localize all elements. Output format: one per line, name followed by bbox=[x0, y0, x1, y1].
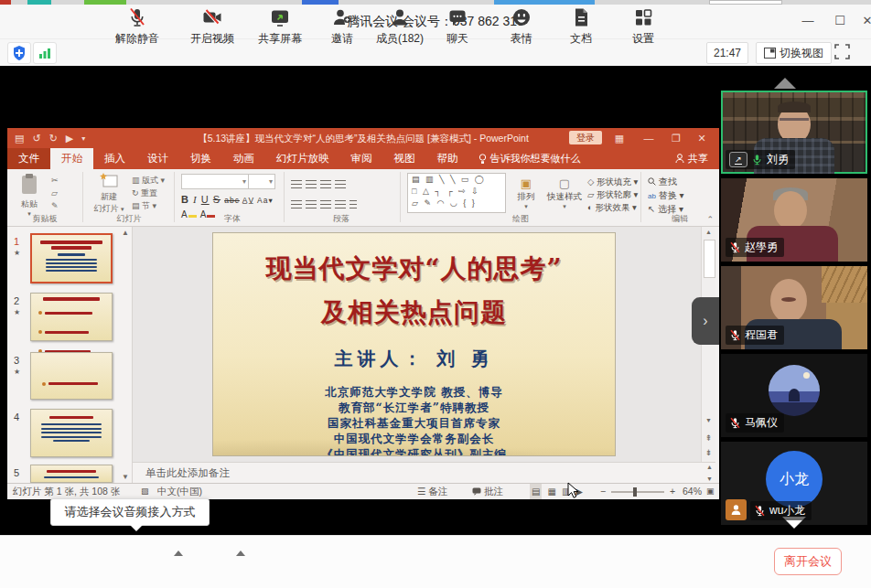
slide-thumbnail-3[interactable] bbox=[30, 352, 113, 400]
slide-canvas[interactable]: 现当代文学对“人的思考” 及相关热点问题 主讲人： 刘 勇 北京师范大学文学院 … bbox=[213, 233, 615, 455]
invite-button[interactable]: 邀请 bbox=[315, 6, 370, 47]
zoom-level[interactable]: 64% bbox=[683, 484, 702, 499]
video-tile-liuyong[interactable]: ↗ 刘勇 bbox=[721, 91, 867, 174]
zoom-slider[interactable] bbox=[611, 491, 664, 493]
section-button[interactable]: ▤ 节 ▾ bbox=[132, 200, 156, 212]
zoom-in-button[interactable]: + bbox=[670, 484, 675, 499]
quick-styles-button[interactable]: ▢ 快速样式 ▾ bbox=[545, 175, 584, 210]
new-slide-label1: 新建 bbox=[101, 192, 117, 201]
share-screen-button[interactable]: 共享屏幕 bbox=[245, 6, 315, 47]
minimize-button[interactable]: — bbox=[794, 9, 822, 33]
notes-scroll-down-icon[interactable]: ▼ bbox=[706, 476, 713, 482]
notes-toggle-button[interactable]: ☰ 备注 bbox=[417, 484, 447, 499]
video-tile-wuxiaolong[interactable]: 小龙 wu小龙 bbox=[721, 442, 867, 525]
tab-insert[interactable]: 插入 bbox=[93, 148, 136, 169]
thumbs-scroll-down-icon[interactable]: ▼ bbox=[122, 473, 129, 481]
network-quality-button[interactable] bbox=[33, 42, 57, 64]
replace-button[interactable]: ab 替换 ▾ bbox=[648, 189, 684, 202]
tab-transitions[interactable]: 切换 bbox=[179, 148, 222, 169]
emoji-button[interactable]: 表情 bbox=[494, 6, 549, 47]
slide-sorter-view-icon[interactable]: ▦ bbox=[547, 484, 555, 499]
normal-view-icon[interactable]: ▤ bbox=[530, 484, 542, 499]
slide-thumbnail-5[interactable] bbox=[30, 465, 113, 483]
leave-meeting-button[interactable]: 离开会议 bbox=[774, 548, 842, 575]
video-options-caret[interactable] bbox=[236, 551, 245, 556]
slide-thumbnail-2[interactable] bbox=[30, 293, 113, 341]
tab-review[interactable]: 审阅 bbox=[340, 148, 383, 169]
format-painter-button[interactable]: ✎ bbox=[51, 200, 59, 212]
align-buttons[interactable] bbox=[291, 197, 360, 213]
font-size-select[interactable]: ▾ bbox=[248, 174, 275, 189]
unmute-button[interactable]: 解除静音 bbox=[102, 6, 172, 47]
arrange-button[interactable]: ▣ 排列 ▾ bbox=[511, 175, 542, 210]
slide-thumbnail-1[interactable] bbox=[30, 233, 113, 283]
comments-toggle-button[interactable]: 批注 bbox=[472, 484, 503, 499]
layout-button[interactable]: ▥ 版式 ▾ bbox=[132, 175, 165, 187]
thumb-number: 4 bbox=[14, 412, 19, 422]
copy-button[interactable]: ▱ bbox=[51, 187, 58, 199]
chat-button[interactable]: 聊天 bbox=[430, 6, 485, 47]
language-indicator[interactable]: 中文(中国) bbox=[157, 484, 202, 499]
mic-on-icon bbox=[751, 154, 763, 166]
spellcheck-icon[interactable]: ▨ bbox=[141, 484, 149, 499]
ppt-close-button[interactable]: ✕ bbox=[690, 128, 714, 148]
ppt-statusbar: 幻灯片 第 1 张, 共 108 张 ▨ 中文(中国) ☰ 备注 批注 ▤▦▥▶… bbox=[7, 483, 719, 499]
fullscreen-button[interactable] bbox=[834, 44, 850, 63]
notes-pane[interactable]: 单击此处添加备注 ▲ ▼ bbox=[133, 462, 715, 483]
shape-fill-label: 形状填充 bbox=[597, 176, 631, 187]
tab-animations[interactable]: 动画 bbox=[222, 148, 265, 169]
scroll-down-icon[interactable]: ▼ bbox=[702, 417, 715, 423]
ribbon-display-options-icon[interactable]: ▦ bbox=[608, 128, 631, 148]
audio-options-caret[interactable] bbox=[174, 551, 183, 556]
video-tile-chengguojun[interactable]: 程国君 bbox=[721, 266, 867, 349]
paste-button[interactable]: 粘贴 ▾ bbox=[15, 173, 44, 218]
next-slide-button[interactable]: ⇟ bbox=[702, 448, 715, 457]
font-name-select[interactable]: ▾ bbox=[181, 174, 249, 189]
scroll-up-icon[interactable]: ▲ bbox=[702, 229, 715, 235]
tab-slideshow[interactable]: 幻灯片放映 bbox=[265, 148, 340, 169]
sidebar-collapse-tab[interactable]: › bbox=[692, 297, 719, 345]
collapse-ribbon-icon[interactable]: ⌃ bbox=[706, 215, 714, 224]
docs-button[interactable]: 文档 bbox=[554, 6, 608, 47]
group-paragraph-label: 段落 bbox=[291, 213, 392, 225]
fit-slide-icon[interactable]: ▣ bbox=[706, 484, 715, 499]
shape-fill-button[interactable]: ◇ 形状填充 ▾ bbox=[587, 176, 638, 188]
video-tile-zhaoxueyong[interactable]: 赵學勇 bbox=[721, 178, 867, 262]
settings-button[interactable]: 设置 bbox=[616, 6, 671, 47]
thumbs-scroll-up-icon[interactable]: ▲ bbox=[122, 229, 129, 237]
zoom-out-button[interactable]: − bbox=[600, 484, 606, 499]
reset-label: 重置 bbox=[141, 188, 157, 198]
tab-view[interactable]: 视图 bbox=[383, 148, 426, 169]
shapes-gallery[interactable]: ▤ ▥ ╲ ╲ ▭ ◯□ △ ┐ ┌ ⇨ ⇩▱ ✎ ◠ ◡ { } bbox=[407, 173, 506, 213]
members-button[interactable]: 成员(182) bbox=[365, 6, 435, 47]
tab-help[interactable]: 帮助 bbox=[426, 148, 469, 169]
notes-scroll-up-icon[interactable]: ▲ bbox=[706, 464, 713, 470]
ppt-login-button[interactable]: 登录 bbox=[569, 131, 602, 144]
maximize-button[interactable]: ☐ bbox=[826, 9, 854, 33]
close-button[interactable]: ✕ bbox=[854, 9, 871, 33]
meeting-security-button[interactable] bbox=[7, 42, 31, 64]
new-slide-button[interactable]: 新建 幻灯片 ▾ bbox=[91, 173, 126, 215]
font-style-buttons[interactable]: B I U S abc A̲V̲ Aa▾ bbox=[181, 194, 274, 205]
find-button[interactable]: 查找 bbox=[648, 176, 677, 188]
list-buttons[interactable] bbox=[291, 176, 349, 193]
slide-thumbnail-4[interactable] bbox=[30, 409, 113, 457]
ppt-minimize-button[interactable]: — bbox=[637, 128, 661, 148]
switch-view-button[interactable]: 切换视图 bbox=[756, 42, 832, 64]
ppt-restore-button[interactable]: ❐ bbox=[664, 128, 688, 148]
shape-outline-button[interactable]: ▱ 形状轮廓 ▾ bbox=[587, 189, 638, 201]
start-video-button[interactable]: 开启视频 bbox=[177, 6, 247, 47]
new-slide-icon bbox=[100, 173, 118, 187]
previous-slide-button[interactable]: ⇞ bbox=[702, 433, 715, 443]
tab-design[interactable]: 设计 bbox=[136, 148, 179, 169]
cut-button[interactable]: ✂ bbox=[51, 175, 59, 187]
reset-button[interactable]: ↻ 重置 bbox=[132, 187, 157, 199]
zoom-slider-thumb[interactable] bbox=[633, 487, 637, 497]
tell-me-box[interactable]: 告诉我你想要做什么 bbox=[469, 148, 590, 169]
tab-home[interactable]: 开始 bbox=[50, 148, 93, 169]
tab-file[interactable]: 文件 bbox=[7, 148, 50, 169]
scrollbar-thumb[interactable] bbox=[704, 240, 715, 278]
video-tile-mapeiyi[interactable]: 马佩仪 bbox=[721, 354, 867, 437]
ppt-share-button[interactable]: 共享 bbox=[675, 148, 719, 169]
participants-scroll-up[interactable] bbox=[774, 78, 796, 89]
